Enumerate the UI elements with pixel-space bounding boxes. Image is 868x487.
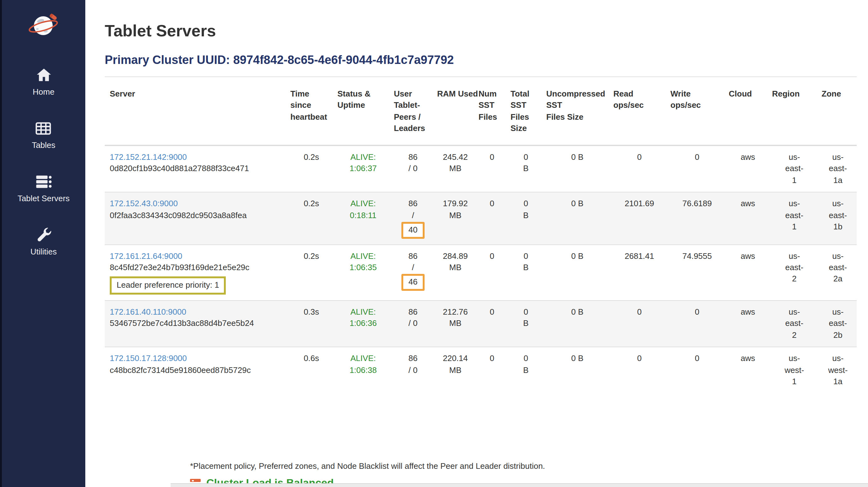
cell-total-sst-files-size: 0 B (508, 300, 544, 347)
cell-ram-used: 245.42 MB (435, 145, 476, 192)
server-link[interactable]: 172.150.17.128:9000 (110, 354, 187, 363)
cell-region: us- west- 1 (770, 347, 819, 394)
sidebar-item-home[interactable]: Home (33, 66, 54, 97)
cell-status: ALIVE: 0:18:11 (335, 192, 391, 245)
cell-zone: us- east- 1b (819, 192, 857, 245)
leaders-highlight-box: 46 (402, 274, 425, 291)
server-uuid: c48bc82fc7314d5e91860eed87b5729c (110, 364, 285, 376)
cell-heartbeat: 0.2s (288, 245, 335, 300)
cell-cloud: aws (726, 245, 770, 300)
cell-num-sst-files: 0 (476, 192, 508, 245)
column-header-status: Status & Uptime (335, 77, 391, 145)
server-uuid: 53467572be7c4d13b3ac88d4b7ee5b24 (110, 318, 285, 330)
sidebar-item-tables[interactable]: Tables (32, 120, 55, 150)
cell-read-ops: 0 (611, 300, 668, 347)
column-header-num_sst: Num SST Files (476, 77, 508, 145)
cell-status: ALIVE: 1:06:37 (335, 145, 391, 192)
column-header-uncompressed_sst_size: Uncompressed SST Files Size (544, 77, 611, 145)
cell-read-ops: 2681.41 (611, 245, 668, 300)
main-content: Tablet Servers Primary Cluster UUID: 897… (85, 0, 868, 487)
cell-write-ops: 0 (668, 300, 726, 347)
server-link[interactable]: 172.161.40.110:9000 (110, 307, 186, 317)
sidebar: Home Tables (2, 0, 85, 487)
cell-user-tablets: 86 / 46 (391, 245, 435, 300)
cell-ram-used: 284.89 MB (435, 245, 476, 300)
server-link[interactable]: 172.152.21.142:9000 (110, 152, 187, 162)
table-row: 172.152.43.0:90000f2faa3c834343c0982dc95… (105, 192, 857, 245)
server-uuid: 0f2faa3c834343c0982dc9503a8a8fea (110, 210, 285, 221)
cell-heartbeat: 0.6s (288, 347, 335, 394)
cell-ram-used: 179.92 MB (435, 192, 476, 245)
cell-region: us- east- 2 (770, 245, 819, 300)
sidebar-nav: Home Tables (18, 66, 70, 256)
cell-read-ops: 2101.69 (611, 192, 668, 245)
sidebar-item-utilities[interactable]: Utilities (30, 226, 57, 256)
column-header-write_ops: Write ops/sec (668, 77, 726, 145)
cell-heartbeat: 0.2s (288, 192, 335, 245)
cell-region: us- east- 2 (770, 300, 819, 347)
sidebar-item-label: Tablet Servers (18, 194, 70, 203)
cell-write-ops: 0 (668, 145, 726, 192)
server-link[interactable]: 172.152.43.0:9000 (110, 199, 178, 208)
column-header-region: Region (770, 77, 819, 145)
app-root: Home Tables (0, 0, 868, 487)
cell-read-ops: 0 (611, 145, 668, 192)
cell-uncompressed-sst-files-size: 0 B (544, 347, 611, 394)
cell-server: 172.152.43.0:90000f2faa3c834343c0982dc95… (105, 192, 288, 245)
table-header-row: ServerTime since heartbeatStatus & Uptim… (105, 77, 857, 145)
cell-uncompressed-sst-files-size: 0 B (544, 145, 611, 192)
sidebar-item-label: Utilities (30, 247, 57, 256)
bottom-edge-strip (170, 483, 868, 487)
sidebar-item-label: Tables (32, 140, 55, 150)
cell-uncompressed-sst-files-size: 0 B (544, 300, 611, 347)
cell-server: 172.161.40.110:900053467572be7c4d13b3ac8… (105, 300, 288, 347)
home-icon (34, 66, 53, 84)
cell-num-sst-files: 0 (476, 145, 508, 192)
table-row: 172.152.21.142:90000d820cf1b93c40d881a27… (105, 145, 857, 192)
server-uuid: 8c45fd27e3e24b7b93f169de21e5e29c (110, 262, 285, 273)
cell-user-tablets: 86 / 0 (391, 300, 435, 347)
cell-total-sst-files-size: 0 B (508, 347, 544, 394)
cell-zone: us- east- 2b (819, 300, 857, 347)
cell-num-sst-files: 0 (476, 245, 508, 300)
page-title: Tablet Servers (105, 21, 857, 41)
cell-ram-used: 220.14 MB (435, 347, 476, 394)
column-header-zone: Zone (819, 77, 857, 145)
table-row: 172.161.40.110:900053467572be7c4d13b3ac8… (105, 300, 857, 347)
cell-cloud: aws (726, 300, 770, 347)
cell-user-tablets: 86 / 0 (391, 145, 435, 192)
cell-zone: us- east- 1a (819, 145, 857, 192)
table-grid-icon (34, 120, 53, 137)
column-header-server: Server (105, 77, 288, 145)
cell-uncompressed-sst-files-size: 0 B (544, 192, 611, 245)
server-uuid: 0d820cf1b93c40d881a27888f33ce471 (110, 163, 285, 175)
server-link[interactable]: 172.161.21.64:9000 (110, 251, 182, 260)
cell-status: ALIVE: 1:06:38 (335, 347, 391, 394)
table-row: 172.150.17.128:9000c48bc82fc7314d5e91860… (105, 347, 857, 394)
app-logo[interactable] (27, 11, 60, 40)
cell-zone: us- east- 2a (819, 245, 857, 300)
cell-server: 172.152.21.142:90000d820cf1b93c40d881a27… (105, 145, 288, 192)
column-header-total_sst_size: Total SST Files Size (508, 77, 544, 145)
sidebar-item-tablet-servers[interactable]: Tablet Servers (18, 173, 70, 203)
cell-cloud: aws (726, 192, 770, 245)
column-header-read_ops: Read ops/sec (611, 77, 668, 145)
cluster-uuid-heading: Primary Cluster UUID: 8974f842-8c65-4e6f… (105, 53, 857, 67)
planet-rocket-logo-icon (27, 11, 60, 40)
cell-num-sst-files: 0 (476, 347, 508, 394)
cell-zone: us- west- 1a (819, 347, 857, 394)
cell-user-tablets: 86 / 0 (391, 347, 435, 394)
cell-heartbeat: 0.2s (288, 145, 335, 192)
wrench-icon (34, 226, 53, 244)
cell-write-ops: 74.9555 (668, 245, 726, 300)
server-stack-icon (34, 173, 53, 191)
leaders-highlight-box: 40 (402, 222, 425, 238)
cell-total-sst-files-size: 0 B (508, 145, 544, 192)
leader-preference-badge: Leader preference priority: 1 (110, 277, 226, 295)
column-header-cloud: Cloud (726, 77, 770, 145)
cell-region: us- east- 1 (770, 192, 819, 245)
sidebar-item-label: Home (33, 87, 54, 97)
table-row: 172.161.21.64:90008c45fd27e3e24b7b93f169… (105, 245, 857, 300)
column-header-heartbeat: Time since heartbeat (288, 77, 335, 145)
column-header-ram: RAM Used (435, 77, 476, 145)
